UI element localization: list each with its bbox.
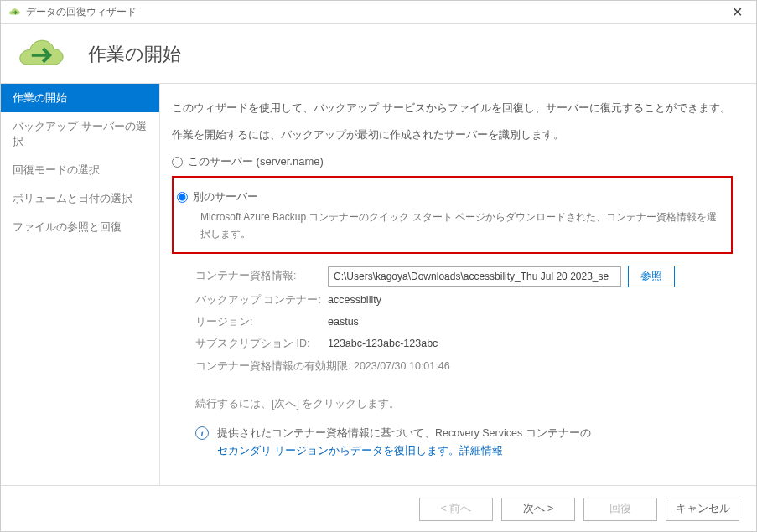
cred-label: コンテナー資格情報: xyxy=(195,267,328,285)
close-icon[interactable]: ✕ xyxy=(727,4,748,20)
intro-text-1: このウィザードを使用して、バックアップ サービスからファイルを回復し、サーバーに… xyxy=(172,99,733,117)
main-panel: このウィザードを使用して、バックアップ サービスからファイルを回復し、サーバーに… xyxy=(160,84,756,485)
info-text: 提供されたコンテナー資格情報に基づいて、Recovery Services コン… xyxy=(217,427,591,439)
continue-hint: 続行するには、[次へ] をクリックします。 xyxy=(195,395,733,413)
credentials-form: コンテナー資格情報: 参照 バックアップ コンテナー: accessbility… xyxy=(195,266,733,354)
prev-button[interactable]: < 前へ xyxy=(419,498,493,521)
cred-expiry: コンテナー資格情報の有効期限: 2023/07/30 10:01:46 xyxy=(195,358,733,375)
header: 作業の開始 xyxy=(1,24,756,84)
radio-this-server[interactable] xyxy=(172,157,183,168)
region-value: eastus xyxy=(328,313,359,331)
intro-text-2: 作業を開始するには、バックアップが最初に作成されたサーバーを識別します。 xyxy=(172,126,733,144)
info-icon: i xyxy=(195,426,209,440)
subscription-label: サブスクリプション ID: xyxy=(195,335,328,353)
another-server-desc: Microsoft Azure Backup コンテナーのクイック スタート ペ… xyxy=(200,209,721,241)
wizard-steps-sidebar: 作業の開始 バックアップ サーバーの選択 回復モードの選択 ボリュームと日付の選… xyxy=(1,84,160,485)
browse-button[interactable]: 参照 xyxy=(628,266,675,287)
step-select-volume-date[interactable]: ボリュームと日付の選択 xyxy=(1,184,159,213)
app-cloud-icon xyxy=(8,6,21,19)
step-browse-recover-files[interactable]: ファイルの参照と回復 xyxy=(1,213,159,241)
subscription-value: 123abc-123abc-123abc xyxy=(328,335,438,353)
footer-buttons: < 前へ 次へ > 回復 キャンセル xyxy=(1,485,756,532)
option-another-server-label: 別のサーバー xyxy=(193,188,258,206)
radio-another-server[interactable] xyxy=(177,192,188,203)
region-label: リージョン: xyxy=(195,313,328,331)
page-title: 作業の開始 xyxy=(88,42,181,67)
cancel-button[interactable]: キャンセル xyxy=(666,498,739,521)
recover-button[interactable]: 回復 xyxy=(583,498,657,521)
titlebar: データの回復ウィザード ✕ xyxy=(1,1,756,24)
step-select-recovery-mode[interactable]: 回復モードの選択 xyxy=(1,156,159,184)
container-value: accessbility xyxy=(328,292,381,309)
option-another-server-row: 別のサーバー xyxy=(177,188,721,206)
info-row: i 提供されたコンテナー資格情報に基づいて、Recovery Services … xyxy=(195,425,733,461)
wizard-cloud-icon xyxy=(18,38,65,71)
next-button[interactable]: 次へ > xyxy=(501,498,575,521)
window-title: データの回復ウィザード xyxy=(26,5,137,19)
cred-path-input[interactable] xyxy=(328,266,621,287)
container-label: バックアップ コンテナー: xyxy=(195,292,328,309)
step-getting-started[interactable]: 作業の開始 xyxy=(1,84,159,112)
option-this-server-row: このサーバー (server.name) xyxy=(172,152,733,171)
another-server-highlight: 別のサーバー Microsoft Azure Backup コンテナーのクイック… xyxy=(172,176,733,253)
secondary-region-link[interactable]: セカンダリ リージョンからデータを復旧します。詳細情報 xyxy=(217,445,503,457)
option-this-server-label: このサーバー (server.name) xyxy=(188,152,324,171)
step-select-backup-server[interactable]: バックアップ サーバーの選択 xyxy=(1,112,159,156)
